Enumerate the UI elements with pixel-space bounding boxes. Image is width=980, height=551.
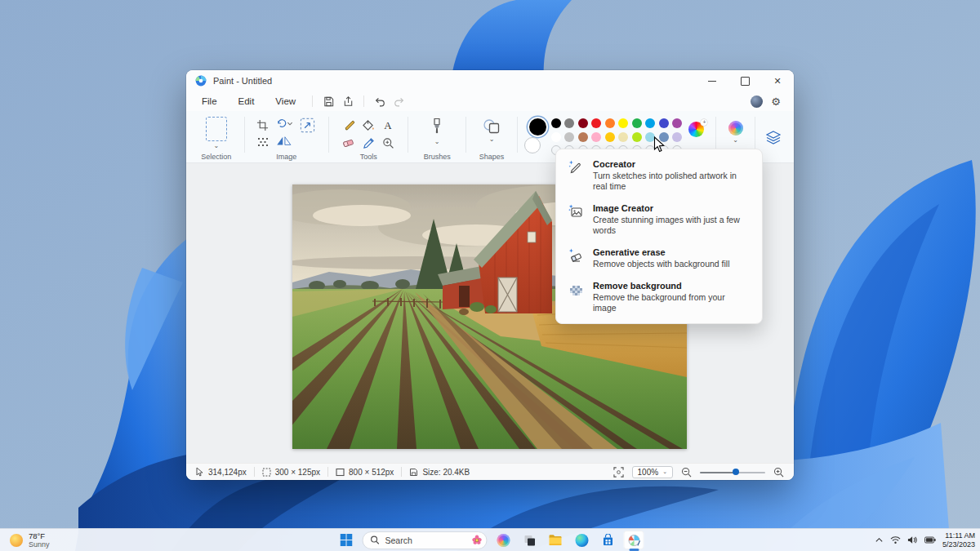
cursor-position-icon: [196, 467, 204, 477]
chevron-down-icon[interactable]: ⌄: [489, 136, 495, 143]
divider: [466, 117, 466, 153]
start-button[interactable]: [336, 531, 357, 549]
color-swatch[interactable]: [659, 118, 669, 128]
color-swatch[interactable]: [645, 118, 655, 128]
save-button[interactable]: [318, 93, 338, 109]
shapes-icon[interactable]: [483, 118, 501, 135]
checkerboard-icon: [568, 282, 583, 296]
divider: [363, 96, 364, 107]
menu-item-generative-erase[interactable]: Generative erase Remove objects with bac…: [556, 242, 762, 275]
status-bar: 314,124px 300 × 125px 800 × 512px Size: …: [186, 463, 794, 480]
tray-chevron-up-icon[interactable]: [875, 536, 884, 544]
group-label-image: Image: [246, 153, 327, 161]
copilot-dropdown-menu: Cocreator Turn sketches into polished ar…: [555, 149, 763, 324]
taskbar-clock[interactable]: 11:11 AM 5/23/2023: [942, 531, 975, 549]
minimize-button[interactable]: [696, 70, 728, 91]
color-swatch[interactable]: [672, 118, 682, 128]
zoom-out-icon[interactable]: [681, 467, 692, 478]
maximize-button[interactable]: [728, 70, 761, 91]
title-bar[interactable]: Paint - Untitled ✕: [186, 70, 794, 91]
color-swatch[interactable]: [591, 132, 601, 142]
color-swatch[interactable]: [564, 132, 574, 142]
volume-icon[interactable]: [907, 535, 918, 544]
brushes-group[interactable]: ⌄ Brushes: [409, 111, 465, 162]
weather-widget[interactable]: 78°F Sunny: [10, 529, 50, 551]
selection-tool-icon[interactable]: [206, 117, 227, 141]
weather-condition: Sunny: [29, 540, 50, 549]
wifi-icon[interactable]: [890, 535, 901, 544]
color-swatch[interactable]: [618, 118, 628, 128]
color-swatch[interactable]: [591, 118, 601, 128]
color-swatch[interactable]: [605, 132, 615, 142]
edge-browser-icon[interactable]: [572, 531, 592, 549]
fill-tool-icon[interactable]: [362, 119, 375, 131]
close-button[interactable]: ✕: [761, 70, 794, 91]
dither-pattern-icon[interactable]: [257, 137, 269, 149]
rotate-icon[interactable]: [275, 118, 293, 132]
menu-item-desc: Remove objects with background fill: [593, 259, 730, 269]
color-swatch[interactable]: [551, 132, 561, 142]
chevron-down-icon[interactable]: ⌄: [434, 139, 440, 145]
menu-view[interactable]: View: [265, 95, 306, 108]
color-swatch[interactable]: [605, 118, 615, 128]
crop-icon[interactable]: [256, 119, 269, 131]
color-picker-tool-icon[interactable]: [363, 137, 375, 149]
color-swatch[interactable]: [551, 118, 561, 128]
search-box[interactable]: Search: [363, 531, 488, 549]
divider: [244, 117, 245, 153]
clock-date: 5/23/2023: [942, 540, 975, 549]
image-sparkle-icon: [568, 204, 583, 219]
brush-icon[interactable]: [431, 118, 443, 137]
color-swatch[interactable]: [578, 132, 588, 142]
menu-item-remove-background[interactable]: Remove background Remove the background …: [556, 275, 762, 319]
color-swatch[interactable]: [564, 118, 574, 128]
taskbar-copilot-icon[interactable]: [493, 531, 514, 549]
clock-time: 11:11 AM: [942, 531, 975, 540]
zoom-slider[interactable]: [700, 468, 765, 476]
color-swatch[interactable]: [578, 118, 588, 128]
resize-icon[interactable]: [300, 118, 315, 133]
selection-size-icon: [262, 468, 271, 477]
microsoft-store-icon[interactable]: [598, 531, 618, 549]
chevron-down-icon[interactable]: ⌄: [214, 143, 220, 149]
account-avatar[interactable]: [751, 96, 763, 108]
menu-file[interactable]: File: [191, 95, 228, 108]
battery-icon[interactable]: [924, 536, 936, 544]
divider: [312, 96, 313, 107]
flip-icon[interactable]: [275, 136, 293, 150]
color-swatch[interactable]: [618, 132, 628, 142]
primary-color-swatch[interactable]: [528, 117, 548, 137]
menu-item-image-creator[interactable]: Image Creator Create stunning images wit…: [556, 198, 762, 242]
shapes-group[interactable]: ⌄ Shapes: [467, 111, 516, 162]
pencil-tool-icon[interactable]: [343, 119, 355, 131]
zoom-level-dropdown[interactable]: 100% ⌄: [632, 466, 673, 478]
color-swatch[interactable]: [632, 132, 642, 142]
divider: [755, 117, 755, 153]
redo-button[interactable]: [390, 93, 409, 109]
undo-button[interactable]: [370, 93, 390, 109]
eraser-tool-icon[interactable]: [342, 137, 355, 149]
menu-item-desc: Turn sketches into polished artwork in r…: [593, 171, 751, 192]
color-swatch[interactable]: [672, 132, 682, 142]
settings-gear-icon[interactable]: ⚙: [771, 96, 781, 108]
secondary-color-swatch[interactable]: [524, 137, 541, 153]
task-view-icon[interactable]: [519, 531, 540, 549]
taskbar-paint-icon[interactable]: [624, 531, 644, 549]
color-swatch[interactable]: [632, 118, 642, 128]
fit-to-window-icon[interactable]: [613, 467, 624, 478]
file-explorer-icon[interactable]: [546, 531, 566, 549]
magnifier-tool-icon[interactable]: [382, 137, 394, 149]
zoom-slider-thumb[interactable]: [733, 469, 739, 475]
group-label-shapes: Shapes: [467, 153, 516, 161]
windows-logo-icon: [341, 534, 353, 546]
zoom-in-icon[interactable]: [773, 467, 784, 478]
selection-group[interactable]: ⌄ Selection: [189, 111, 243, 162]
edit-colors-button[interactable]: +: [688, 122, 705, 138]
cursor-position: 314,124px: [208, 468, 247, 477]
share-button[interactable]: [338, 93, 358, 109]
chevron-down-icon: ⌄: [662, 469, 667, 475]
menu-edit[interactable]: Edit: [228, 95, 265, 108]
text-tool-icon[interactable]: A: [382, 119, 394, 131]
menu-item-cocreator[interactable]: Cocreator Turn sketches into polished ar…: [556, 153, 762, 198]
chevron-down-icon[interactable]: ⌄: [733, 137, 738, 144]
